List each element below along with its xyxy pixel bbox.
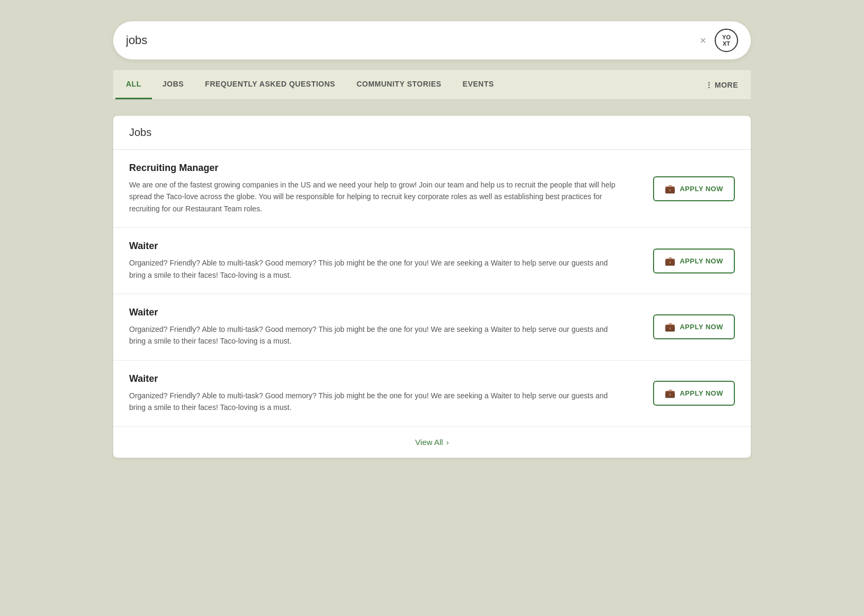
job-item: Waiter Organized? Friendly? Able to mult… [113,228,751,294]
content-area: Jobs Recruiting Manager We are one of th… [113,116,751,458]
apply-now-button[interactable]: 💼 APPLY NOW [653,249,735,273]
tab-faq[interactable]: FREQUENTLY ASKED QUESTIONS [194,70,346,99]
tab-events[interactable]: EVENTS [452,70,505,99]
job-title: Waiter [129,307,642,318]
card-header: Jobs [113,116,751,150]
tab-all[interactable]: ALL [115,70,152,99]
avatar[interactable]: YO XT [715,29,738,52]
apply-button-label: APPLY NOW [680,257,723,265]
view-all-row: View All › [113,426,751,458]
job-title: Waiter [129,373,642,384]
job-item: Waiter Organized? Friendly? Able to mult… [113,361,751,426]
apply-button-label: APPLY NOW [680,389,723,397]
job-description: Organized? Friendly? Able to multi-task?… [129,390,618,414]
tab-jobs[interactable]: JOBS [152,70,194,99]
job-title: Recruiting Manager [129,162,642,174]
jobs-list: Recruiting Manager We are one of the fas… [113,150,751,426]
apply-button-label: APPLY NOW [680,323,723,331]
section-title: Jobs [129,126,151,138]
tabs-nav: ALL JOBS FREQUENTLY ASKED QUESTIONS COMM… [113,70,751,100]
job-description: We are one of the fastest growing compan… [129,179,618,215]
briefcase-icon: 💼 [665,388,676,398]
search-clear-button[interactable]: × [700,35,706,47]
tab-community-stories[interactable]: COMMUNITY STORIES [346,70,452,99]
job-item: Waiter Organized? Friendly? Able to mult… [113,294,751,361]
apply-now-button[interactable]: 💼 APPLY NOW [653,314,735,339]
job-item: Recruiting Manager We are one of the fas… [113,150,751,228]
job-content: Waiter Organized? Friendly? Able to mult… [129,241,642,281]
job-content: Waiter Organized? Friendly? Able to mult… [129,307,642,347]
view-all-link[interactable]: View All › [415,438,448,447]
tab-more[interactable]: ⋮ MORE [694,71,749,99]
job-description: Organized? Friendly? Able to multi-task?… [129,323,618,347]
job-title: Waiter [129,241,642,252]
briefcase-icon: 💼 [665,256,676,266]
apply-button-label: APPLY NOW [680,185,723,193]
more-dots-icon: ⋮ [705,81,713,89]
search-input[interactable] [126,33,700,47]
job-content: Waiter Organized? Friendly? Able to mult… [129,373,642,414]
briefcase-icon: 💼 [665,322,676,332]
apply-now-button[interactable]: 💼 APPLY NOW [653,381,735,406]
job-description: Organized? Friendly? Able to multi-task?… [129,257,618,281]
apply-now-button[interactable]: 💼 APPLY NOW [653,176,735,201]
search-bar: × YO XT [113,21,751,59]
results-card: Jobs Recruiting Manager We are one of th… [113,116,751,458]
job-content: Recruiting Manager We are one of the fas… [129,162,642,215]
briefcase-icon: 💼 [665,184,676,194]
